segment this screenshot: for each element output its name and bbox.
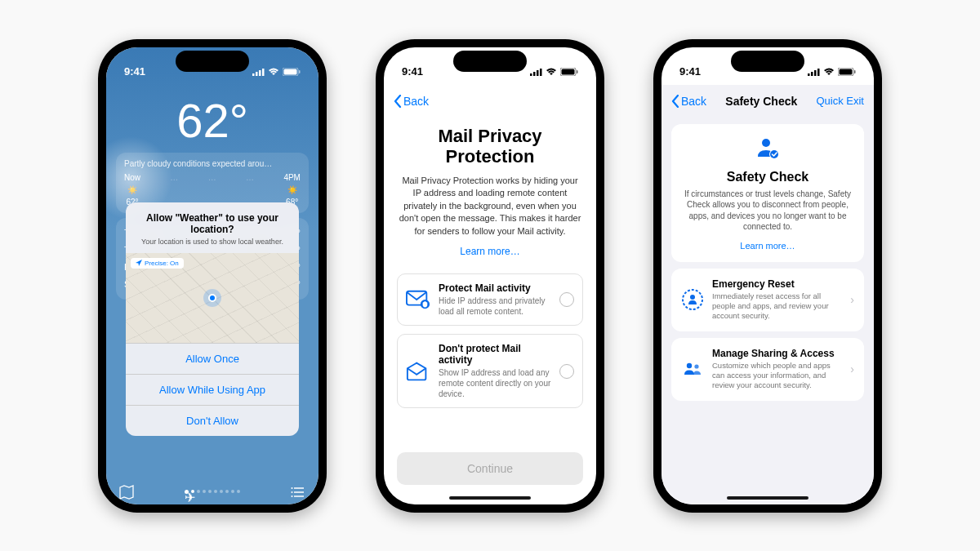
chevron-right-icon: › bbox=[850, 293, 854, 306]
svg-rect-19 bbox=[808, 73, 810, 76]
svg-rect-24 bbox=[840, 69, 853, 74]
people-icon bbox=[681, 358, 704, 380]
wifi-icon bbox=[546, 68, 557, 76]
svg-point-30 bbox=[690, 295, 695, 300]
notch bbox=[453, 51, 527, 72]
continue-button[interactable]: Continue bbox=[397, 452, 583, 485]
svg-rect-6 bbox=[299, 70, 301, 73]
reset-icon bbox=[681, 288, 704, 311]
status-time: 9:41 bbox=[124, 65, 145, 78]
back-button[interactable]: Back bbox=[671, 95, 706, 108]
signal-icon bbox=[530, 68, 542, 76]
mail-open-icon bbox=[406, 362, 430, 381]
option-subtitle: Show IP address and load any remote cont… bbox=[439, 367, 551, 399]
option-subtitle: Hide IP address and privately load all r… bbox=[439, 295, 551, 317]
svg-rect-10 bbox=[530, 73, 532, 76]
alert-subtitle: Your location is used to show local weat… bbox=[137, 238, 287, 247]
weather-app-screen: 9:41 62° Partly cloudy conditions expect… bbox=[106, 47, 318, 504]
mail-shield-icon bbox=[406, 290, 430, 309]
status-icons bbox=[530, 68, 578, 76]
page-title: Mail Privacy Protection bbox=[397, 126, 583, 167]
wifi-icon bbox=[823, 68, 835, 76]
svg-point-28 bbox=[770, 150, 778, 158]
location-arrow-icon bbox=[136, 260, 142, 266]
emergency-reset-row[interactable]: Emergency Reset Immediately reset access… bbox=[671, 269, 864, 331]
svg-rect-2 bbox=[259, 70, 261, 76]
svg-point-26 bbox=[762, 139, 770, 147]
svg-point-32 bbox=[694, 364, 698, 368]
alert-map-preview: Precise: On bbox=[126, 253, 299, 343]
svg-rect-15 bbox=[562, 69, 575, 74]
status-icons bbox=[252, 68, 301, 76]
svg-rect-13 bbox=[540, 69, 542, 76]
safety-check-info-card: Safety Check If circumstances or trust l… bbox=[671, 124, 864, 262]
radio-unselected[interactable] bbox=[559, 292, 574, 307]
nav-title: Safety Check bbox=[725, 95, 797, 108]
svg-point-7 bbox=[292, 487, 293, 489]
row-title: Manage Sharing & Access bbox=[712, 348, 842, 359]
svg-rect-11 bbox=[533, 72, 536, 76]
location-dot-icon bbox=[208, 294, 216, 302]
option-title: Protect Mail activity bbox=[439, 282, 551, 294]
back-button[interactable]: Back bbox=[394, 95, 429, 108]
svg-point-9 bbox=[292, 495, 293, 497]
page-dots[interactable]: ✈ bbox=[185, 490, 240, 494]
row-subtitle: Immediately reset access for all people … bbox=[712, 291, 842, 322]
map-icon[interactable] bbox=[119, 485, 134, 500]
chevron-right-icon: › bbox=[850, 362, 854, 375]
learn-more-link[interactable]: Learn more… bbox=[681, 241, 854, 251]
option-title: Don't protect Mail activity bbox=[439, 343, 551, 366]
radio-unselected[interactable] bbox=[559, 364, 574, 379]
battery-icon bbox=[560, 68, 578, 76]
protect-mail-option[interactable]: Protect Mail activity Hide IP address an… bbox=[397, 273, 583, 326]
dont-protect-mail-option[interactable]: Don't protect Mail activity Show IP addr… bbox=[397, 334, 583, 408]
bottom-toolbar: ✈ bbox=[106, 485, 318, 500]
battery-icon bbox=[283, 68, 301, 76]
dont-allow-button[interactable]: Don't Allow bbox=[126, 405, 299, 436]
phone-safety-check: 9:41 Back Safety Check Quick Exit Safety… bbox=[653, 39, 882, 513]
svg-rect-16 bbox=[577, 70, 578, 73]
notch bbox=[176, 51, 249, 72]
svg-rect-3 bbox=[262, 69, 265, 76]
status-icons bbox=[808, 68, 856, 76]
svg-rect-25 bbox=[854, 70, 856, 73]
hourly-col-4pm: 4PM ☀️ 68° bbox=[283, 173, 301, 207]
allow-once-button[interactable]: Allow Once bbox=[126, 343, 299, 374]
list-icon[interactable] bbox=[291, 485, 305, 500]
card-title: Safety Check bbox=[681, 170, 854, 184]
svg-rect-22 bbox=[817, 69, 820, 76]
phone-mail-privacy: 9:41 Back Mail Privacy Protection Mail P… bbox=[376, 39, 604, 513]
svg-rect-20 bbox=[811, 72, 813, 76]
allow-while-using-button[interactable]: Allow While Using App bbox=[126, 374, 299, 405]
location-permission-alert: Allow "Weather" to use your location? Yo… bbox=[126, 202, 299, 436]
alert-title: Allow "Weather" to use your location? bbox=[137, 212, 287, 235]
phone-weather: 9:41 62° Partly cloudy conditions expect… bbox=[98, 39, 327, 513]
person-check-icon bbox=[755, 136, 781, 162]
page-description: Mail Privacy Protection works by hiding … bbox=[397, 175, 583, 238]
quick-exit-button[interactable]: Quick Exit bbox=[816, 95, 864, 107]
forecast-description: Partly cloudy conditions expected arou… bbox=[124, 159, 301, 168]
manage-sharing-row[interactable]: Manage Sharing & Access Customize which … bbox=[671, 338, 864, 401]
svg-rect-1 bbox=[256, 72, 258, 76]
svg-point-31 bbox=[687, 363, 692, 368]
svg-rect-5 bbox=[284, 69, 297, 74]
svg-rect-12 bbox=[537, 70, 539, 76]
notch bbox=[731, 51, 804, 72]
chevron-left-icon bbox=[394, 95, 402, 108]
status-time: 9:41 bbox=[402, 65, 423, 78]
home-indicator[interactable] bbox=[727, 496, 808, 500]
svg-rect-21 bbox=[814, 70, 817, 76]
home-indicator[interactable] bbox=[449, 496, 531, 500]
status-time: 9:41 bbox=[679, 65, 701, 78]
row-subtitle: Customize which people and apps can acce… bbox=[712, 361, 842, 391]
svg-rect-0 bbox=[252, 73, 255, 76]
card-description: If circumstances or trust levels change,… bbox=[681, 189, 854, 233]
signal-icon bbox=[808, 68, 820, 76]
precise-toggle[interactable]: Precise: On bbox=[131, 258, 184, 269]
wifi-icon bbox=[268, 68, 279, 76]
row-title: Emergency Reset bbox=[712, 278, 842, 290]
signal-icon bbox=[252, 68, 265, 76]
learn-more-link[interactable]: Learn more… bbox=[397, 246, 583, 257]
battery-icon bbox=[838, 68, 856, 76]
svg-point-8 bbox=[292, 491, 293, 493]
